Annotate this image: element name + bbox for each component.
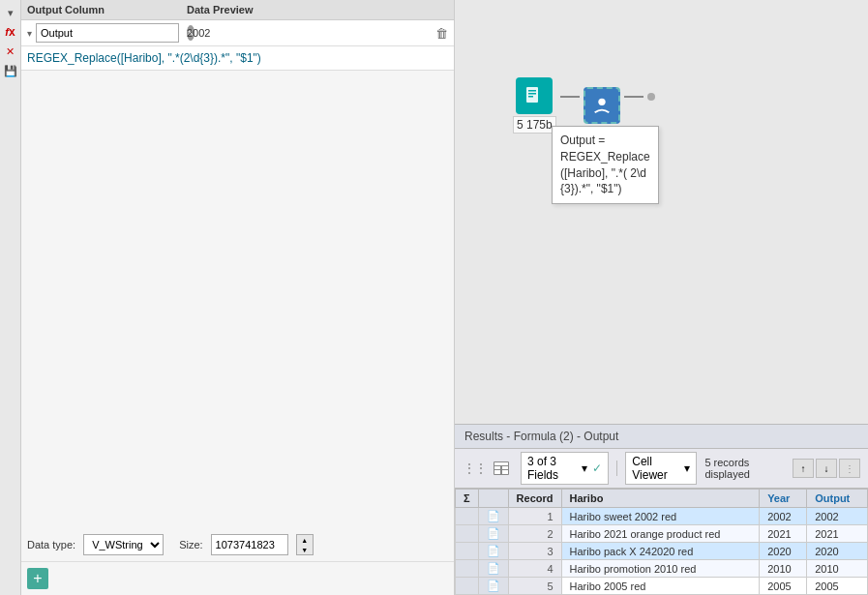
sigma-cell bbox=[456, 525, 479, 543]
save-icon[interactable]: 💾 bbox=[2, 62, 19, 79]
node-2-icon[interactable] bbox=[584, 87, 620, 124]
toolbar-separator bbox=[616, 461, 617, 476]
results-toolbar: ⋮⋮ 3 of 3 Fields ▾ ✓ bbox=[455, 449, 868, 489]
svg-rect-9 bbox=[494, 470, 500, 474]
sigma-cell bbox=[456, 543, 479, 560]
row-num: 4 bbox=[508, 560, 561, 578]
svg-rect-6 bbox=[494, 462, 508, 465]
doc-cell: 📄 bbox=[478, 508, 508, 525]
left-panel: ▾ fx ✕ 💾 Output Column Data Preview ▾ ✕ … bbox=[0, 0, 455, 595]
datatype-select[interactable]: V_WString bbox=[83, 534, 164, 555]
more-options-btn[interactable]: ⋮ bbox=[839, 459, 860, 478]
field-selector-text: 3 of 3 Fields bbox=[527, 455, 579, 482]
doc-cell: 📄 bbox=[478, 578, 508, 595]
table-row[interactable]: 📄 1 Haribo sweet 2002 red 2002 2002 bbox=[456, 508, 868, 525]
row-num: 1 bbox=[508, 508, 561, 525]
sort-up-button[interactable]: ↑ bbox=[793, 459, 814, 478]
table-header-row: Σ Record Haribo Year Output bbox=[456, 490, 868, 508]
canvas-area: 5 175b bbox=[455, 0, 868, 424]
table-row[interactable]: 📄 3 Haribo pack X 242020 red 2020 2020 bbox=[456, 543, 868, 560]
year-col-header: Year bbox=[760, 490, 807, 508]
x-icon[interactable]: ✕ bbox=[2, 43, 19, 60]
node-1-icon[interactable] bbox=[516, 77, 553, 114]
cell-viewer-btn[interactable]: Cell Viewer ▾ bbox=[625, 452, 697, 485]
cell-viewer-chevron: ▾ bbox=[684, 461, 690, 475]
haribo-cell: Haribo sweet 2002 red bbox=[561, 508, 760, 525]
data-table: Σ Record Haribo Year Output 📄 1 Haribo s… bbox=[455, 489, 868, 595]
output-cell: 2002 bbox=[807, 508, 868, 525]
formula-icon bbox=[591, 95, 613, 116]
year-cell: 2021 bbox=[760, 525, 807, 543]
output-col-header: Output bbox=[807, 490, 868, 508]
doc-cell: 📄 bbox=[478, 543, 508, 560]
formula-spacer bbox=[21, 71, 454, 528]
fx-icon[interactable]: fx bbox=[2, 23, 19, 41]
table-icon-btn[interactable] bbox=[494, 461, 509, 475]
doc-header bbox=[478, 490, 508, 508]
book-icon bbox=[523, 84, 546, 107]
datatype-row: Data type: V_WString Size: ▲ ▼ bbox=[21, 528, 454, 562]
tooltip-box: Output = REGEX_Replace ([Haribo], ".*( 2… bbox=[552, 126, 659, 204]
table-row[interactable]: 📄 5 Haribo 2005 red 2005 2005 bbox=[456, 578, 868, 595]
results-header-text: Results - Formula (2) - Output bbox=[464, 430, 618, 443]
sigma-cell bbox=[456, 578, 479, 595]
check-icon: ✓ bbox=[592, 461, 602, 475]
doc-cell: 📄 bbox=[478, 525, 508, 543]
tooltip-line3: ([Haribo], ".*( 2\d bbox=[560, 165, 650, 182]
svg-rect-10 bbox=[502, 470, 508, 474]
haribo-cell: Haribo 2005 red bbox=[561, 578, 760, 595]
table-row[interactable]: 📄 2 Haribo 2021 orange product red 2021 … bbox=[456, 525, 868, 543]
left-toolbar: ▾ fx ✕ 💾 bbox=[0, 0, 21, 595]
connector bbox=[560, 96, 580, 98]
results-panel: Results - Formula (2) - Output ⋮⋮ bbox=[455, 424, 868, 595]
data-table-container: Σ Record Haribo Year Output 📄 1 Haribo s… bbox=[455, 489, 868, 595]
sigma-cell bbox=[456, 508, 479, 525]
table-row[interactable]: 📄 4 Haribo promotion 2010 red 2010 2010 bbox=[456, 560, 868, 578]
size-input[interactable] bbox=[211, 534, 288, 555]
haribo-cell: Haribo 2021 orange product red bbox=[561, 525, 760, 543]
formula-row: REGEX_Replace([Haribo], ".*(2\d{3}).*", … bbox=[21, 46, 454, 71]
grip-icon: ⋮⋮ bbox=[463, 461, 486, 476]
connector-out bbox=[624, 96, 644, 98]
node-1[interactable]: 5 175b bbox=[513, 77, 556, 134]
column-header-row: Output Column Data Preview bbox=[21, 0, 454, 20]
haribo-cell: Haribo promotion 2010 red bbox=[561, 560, 760, 578]
spinner-down[interactable]: ▼ bbox=[297, 545, 313, 554]
node-2[interactable] bbox=[584, 87, 620, 124]
chevron-icon[interactable]: ▾ bbox=[2, 4, 19, 21]
tooltip-line1: Output = bbox=[560, 133, 650, 149]
table-icon bbox=[494, 461, 509, 475]
svg-rect-8 bbox=[502, 466, 508, 469]
svg-rect-0 bbox=[526, 87, 538, 103]
size-label: Size: bbox=[179, 539, 202, 550]
row-chevron: ▾ bbox=[27, 28, 32, 39]
svg-rect-1 bbox=[528, 90, 536, 92]
svg-rect-7 bbox=[494, 466, 500, 469]
sort-down-button[interactable]: ↓ bbox=[816, 459, 837, 478]
records-count: 5 records displayed bbox=[704, 457, 785, 480]
haribo-col-header: Haribo bbox=[561, 490, 760, 508]
doc-cell: 📄 bbox=[478, 560, 508, 578]
field-chevron: ▾ bbox=[582, 461, 587, 475]
output-cell: 2021 bbox=[807, 525, 868, 543]
field-selector[interactable]: 3 of 3 Fields ▾ ✓ bbox=[521, 452, 609, 485]
output-field-input[interactable] bbox=[36, 23, 179, 43]
output-column-header: Output Column bbox=[27, 4, 187, 15]
output-row: ▾ ✕ 2002 🗑 bbox=[21, 20, 454, 46]
delete-row-icon[interactable]: 🗑 bbox=[435, 26, 448, 41]
svg-rect-3 bbox=[528, 96, 533, 98]
spinner-up[interactable]: ▲ bbox=[297, 535, 313, 545]
sort-buttons: ↑ ↓ ⋮ bbox=[793, 459, 860, 478]
cell-viewer-text: Cell Viewer bbox=[632, 455, 681, 482]
output-port bbox=[647, 93, 655, 101]
year-cell: 2005 bbox=[760, 578, 807, 595]
year-cell: 2010 bbox=[760, 560, 807, 578]
row-num: 5 bbox=[508, 578, 561, 595]
add-row-button[interactable]: + bbox=[27, 568, 48, 589]
tooltip-line2: REGEX_Replace bbox=[560, 149, 650, 165]
right-panel: 5 175b bbox=[455, 0, 868, 595]
datatype-label: Data type: bbox=[27, 539, 75, 550]
sigma-header: Σ bbox=[456, 490, 479, 508]
svg-rect-2 bbox=[528, 93, 536, 95]
spinner-buttons: ▲ ▼ bbox=[296, 534, 314, 555]
